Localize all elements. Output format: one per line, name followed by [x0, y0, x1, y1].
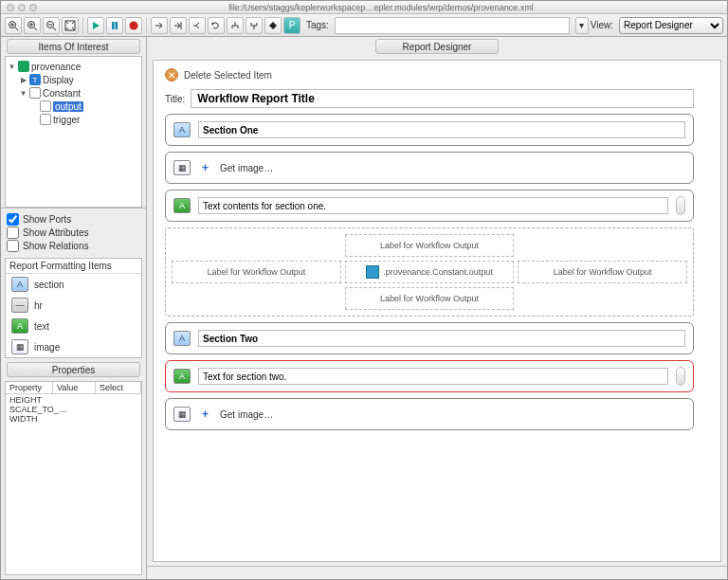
props-col-value[interactable]: Value [53, 382, 96, 393]
wf-label-bottom[interactable]: Label for Workflow Output [345, 287, 515, 310]
text-icon: A [11, 318, 28, 334]
titlebar: file:/Users/staggs/keplerworkspacep…eple… [1, 1, 727, 14]
prop-row[interactable]: SCALE_TO_… [9, 405, 137, 414]
image-icon: ▦ [11, 339, 28, 354]
tree-down-button[interactable] [227, 17, 244, 34]
svg-marker-12 [93, 22, 100, 29]
svg-line-5 [34, 27, 37, 30]
prop-row[interactable]: HEIGHT [9, 395, 137, 405]
minimize-icon[interactable] [18, 4, 26, 11]
rfi-text[interactable]: Atext [6, 316, 141, 336]
tree-trigger[interactable]: trigger [53, 115, 80, 125]
tree-up-button[interactable] [246, 17, 263, 34]
image-icon: ▦ [173, 160, 191, 175]
step-button[interactable] [170, 17, 187, 34]
drag-handle-icon[interactable] [676, 196, 685, 215]
section-card[interactable]: A [165, 322, 694, 354]
view-select[interactable]: Report Designer [619, 17, 723, 34]
main-toolbar: P Tags: ▾ View: Report Designer [1, 14, 727, 37]
show-relations-checkbox[interactable]: Show Relations [7, 239, 140, 252]
properties-panel: Property Value Select HEIGHT SCALE_TO_… … [5, 381, 142, 575]
delete-label[interactable]: Delete Selected Item [184, 70, 272, 81]
text-one-input[interactable] [198, 197, 668, 214]
tree-output[interactable]: output [53, 101, 83, 112]
wf-label-left[interactable]: Label for Workflow Output [172, 261, 341, 283]
section-icon: A [11, 277, 28, 292]
text-card-selected[interactable]: A [165, 360, 694, 392]
loop-button[interactable] [208, 17, 225, 34]
text-two-input[interactable] [198, 368, 668, 385]
zoom-in-button[interactable] [5, 17, 22, 34]
tags-dropdown-button[interactable]: ▾ [575, 17, 589, 34]
drag-handle-icon[interactable] [676, 367, 685, 386]
hr-icon: — [11, 298, 28, 313]
section-two-input[interactable] [198, 330, 685, 347]
rfi-hr[interactable]: —hr [6, 295, 141, 316]
plus-icon[interactable]: + [202, 408, 209, 421]
report-designer-canvas[interactable]: ✕ Delete Selected Item Title: A ▦ + Get … [153, 60, 721, 562]
svg-marker-17 [211, 22, 213, 26]
text-icon: A [173, 369, 191, 384]
items-tree[interactable]: ▼provenance ▶TDisplay ▼Constant output t… [5, 56, 142, 208]
run-button[interactable] [87, 17, 104, 34]
svg-rect-13 [112, 22, 115, 29]
text-card[interactable]: A [165, 190, 694, 222]
wf-center[interactable]: .provenance.Constant.output [345, 261, 515, 283]
text-icon: A [173, 198, 191, 213]
stop-button[interactable] [125, 17, 142, 34]
svg-line-9 [53, 27, 56, 30]
wf-label-top[interactable]: Label for Workflow Output [345, 234, 515, 257]
diamond-button[interactable] [264, 17, 282, 34]
plus-icon[interactable]: + [202, 161, 209, 174]
get-image-label: Get image… [220, 409, 273, 420]
zoom-reset-button[interactable] [24, 17, 41, 34]
zoom-out-button[interactable] [43, 17, 60, 34]
svg-point-15 [130, 21, 138, 29]
properties-title: Properties [7, 362, 140, 377]
svg-line-1 [15, 27, 18, 30]
show-ports-checkbox[interactable]: Show Ports [7, 212, 140, 226]
zoom-fit-button[interactable] [62, 17, 79, 34]
show-attributes-checkbox[interactable]: Show Attributes [7, 226, 140, 239]
delete-icon[interactable]: ✕ [165, 68, 178, 82]
items-of-interest-title: Items Of Interest [7, 39, 140, 54]
arrow-right-button[interactable] [151, 17, 168, 34]
section-icon: A [173, 122, 191, 137]
tree-display[interactable]: Display [43, 75, 74, 85]
props-col-select[interactable]: Select [96, 382, 141, 393]
section-one-input[interactable] [198, 121, 685, 138]
status-bar [147, 566, 727, 579]
wf-label-right[interactable]: Label for Workflow Output [518, 261, 687, 283]
get-image-label: Get image… [220, 163, 273, 173]
rfi-image[interactable]: ▦image [6, 336, 141, 357]
image-icon: ▦ [173, 407, 191, 422]
output-port-icon [366, 265, 379, 279]
svg-rect-14 [116, 22, 118, 29]
tree-options: Show Ports Show Attributes Show Relation… [1, 208, 146, 256]
image-card[interactable]: ▦ + Get image… [165, 152, 694, 184]
section-card[interactable]: A [165, 114, 694, 146]
tags-label: Tags: [306, 20, 329, 30]
report-designer-tab[interactable]: Report Designer [375, 39, 499, 54]
window-title: file:/Users/staggs/keplerworkspacep…eple… [41, 3, 721, 12]
view-label: View: [591, 20, 613, 30]
pause-button[interactable] [106, 17, 123, 34]
svg-marker-18 [269, 22, 277, 29]
close-icon[interactable] [7, 4, 14, 11]
workflow-output-grid[interactable]: Label for Workflow Output Label for Work… [165, 227, 694, 317]
zoom-icon[interactable] [29, 4, 37, 11]
left-sidebar: Items Of Interest ▼provenance ▶TDisplay … [1, 37, 147, 579]
prop-row[interactable]: WIDTH [9, 414, 137, 424]
title-label: Title: [165, 94, 185, 104]
image-card[interactable]: ▦ + Get image… [165, 398, 694, 430]
rfi-title: Report Formatting Items [6, 259, 141, 274]
param-button[interactable]: P [283, 17, 300, 34]
rfi-section[interactable]: Asection [6, 274, 141, 295]
tags-input[interactable] [335, 17, 570, 34]
report-title-input[interactable] [191, 89, 694, 108]
props-col-property[interactable]: Property [6, 382, 53, 393]
section-icon: A [173, 331, 191, 346]
branch-button[interactable] [189, 17, 206, 34]
tree-root[interactable]: provenance [31, 62, 81, 72]
tree-constant[interactable]: Constant [43, 88, 81, 99]
